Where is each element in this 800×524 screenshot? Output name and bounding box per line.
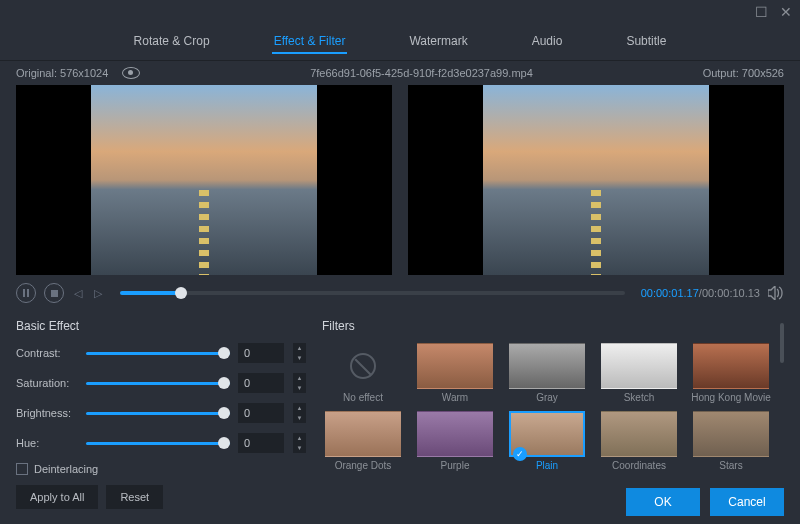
- output-dimensions: Output: 700x526: [703, 67, 784, 79]
- stop-button[interactable]: [44, 283, 64, 303]
- brightness-down[interactable]: ▼: [292, 413, 306, 423]
- tab-rotate-crop[interactable]: Rotate & Crop: [132, 30, 212, 54]
- info-row: Original: 576x1024 7fe66d91-06f5-425d-91…: [0, 61, 800, 85]
- filter-label: Warm: [442, 392, 468, 403]
- saturation-row: Saturation: 0 ▲▼: [16, 373, 306, 393]
- brightness-up[interactable]: ▲: [292, 403, 306, 413]
- filter-stars[interactable]: Stars: [690, 411, 772, 471]
- contrast-row: Contrast: 0 ▲▼: [16, 343, 306, 363]
- hue-row: Hue: 0 ▲▼: [16, 433, 306, 453]
- eye-icon[interactable]: [122, 67, 140, 79]
- output-video-frame: [483, 85, 709, 275]
- filter-sketch[interactable]: Sketch: [598, 343, 680, 403]
- filter-thumb: [693, 411, 769, 457]
- brightness-label: Brightness:: [16, 407, 78, 419]
- filter-thumb: [325, 411, 401, 457]
- brightness-value[interactable]: 0: [238, 403, 284, 423]
- ok-button[interactable]: OK: [626, 488, 700, 516]
- progress-fill: [120, 291, 181, 295]
- saturation-value[interactable]: 0: [238, 373, 284, 393]
- cancel-button[interactable]: Cancel: [710, 488, 784, 516]
- original-dimensions: Original: 576x1024: [16, 67, 108, 79]
- playback-time: 00:00:01.17/00:00:10.13: [641, 287, 760, 299]
- saturation-down[interactable]: ▼: [292, 383, 306, 393]
- filename-label: 7fe66d91-06f5-425d-910f-f2d3e0237a99.mp4: [310, 67, 533, 79]
- contrast-label: Contrast:: [16, 347, 78, 359]
- maximize-icon[interactable]: ☐: [755, 4, 768, 20]
- contrast-value[interactable]: 0: [238, 343, 284, 363]
- filters-grid: No effect Warm Gray Sketch Hong Kong Mov…: [322, 343, 772, 471]
- prev-button[interactable]: ◁: [72, 287, 84, 300]
- filter-label: Hong Kong Movie: [691, 392, 771, 403]
- saturation-spinner: ▲▼: [292, 373, 306, 393]
- filter-thumb: [417, 411, 493, 457]
- filter-thumb: [601, 411, 677, 457]
- filter-warm[interactable]: Warm: [414, 343, 496, 403]
- contrast-down[interactable]: ▼: [292, 353, 306, 363]
- close-icon[interactable]: ✕: [780, 4, 792, 20]
- progress-thumb[interactable]: [175, 287, 187, 299]
- hue-down[interactable]: ▼: [292, 443, 306, 453]
- preview-output: [408, 85, 784, 275]
- filter-label: Stars: [719, 460, 742, 471]
- tab-subtitle[interactable]: Subtitle: [624, 30, 668, 54]
- no-effect-icon: [325, 343, 401, 389]
- filters-scrollbar[interactable]: [780, 323, 784, 363]
- contrast-up[interactable]: ▲: [292, 343, 306, 353]
- brightness-spinner: ▲▼: [292, 403, 306, 423]
- tab-watermark[interactable]: Watermark: [407, 30, 469, 54]
- svg-rect-2: [51, 290, 58, 297]
- deinterlacing-checkbox[interactable]: [16, 463, 28, 475]
- contrast-slider[interactable]: [86, 352, 230, 355]
- filter-no-effect[interactable]: No effect: [322, 343, 404, 403]
- saturation-slider[interactable]: [86, 382, 230, 385]
- brightness-row: Brightness: 0 ▲▼: [16, 403, 306, 423]
- original-video-frame: [91, 85, 317, 275]
- filter-label: Purple: [441, 460, 470, 471]
- apply-to-all-button[interactable]: Apply to All: [16, 485, 98, 509]
- reset-button[interactable]: Reset: [106, 485, 163, 509]
- filter-label: Coordinates: [612, 460, 666, 471]
- saturation-up[interactable]: ▲: [292, 373, 306, 383]
- filter-purple[interactable]: Purple: [414, 411, 496, 471]
- filter-hong-kong[interactable]: Hong Kong Movie: [690, 343, 772, 403]
- preview-area: [0, 85, 800, 275]
- time-current: 00:00:01.17: [641, 287, 699, 299]
- contrast-spinner: ▲▼: [292, 343, 306, 363]
- saturation-label: Saturation:: [16, 377, 78, 389]
- player-controls: ◁ ▷ 00:00:01.17/00:00:10.13: [0, 275, 800, 311]
- hue-value[interactable]: 0: [238, 433, 284, 453]
- saturation-thumb[interactable]: [218, 377, 230, 389]
- volume-icon[interactable]: [768, 286, 784, 300]
- tab-audio[interactable]: Audio: [530, 30, 565, 54]
- brightness-thumb[interactable]: [218, 407, 230, 419]
- hue-thumb[interactable]: [218, 437, 230, 449]
- filter-label: Sketch: [624, 392, 655, 403]
- preview-original: [16, 85, 392, 275]
- contrast-thumb[interactable]: [218, 347, 230, 359]
- filter-thumb: [509, 343, 585, 389]
- basic-effect-title: Basic Effect: [16, 319, 306, 333]
- deinterlacing-row: Deinterlacing: [16, 463, 306, 475]
- filter-thumb: [417, 343, 493, 389]
- filter-coordinates[interactable]: Coordinates: [598, 411, 680, 471]
- hue-slider[interactable]: [86, 442, 230, 445]
- progress-bar[interactable]: [120, 291, 625, 295]
- filter-orange-dots[interactable]: Orange Dots: [322, 411, 404, 471]
- filters-panel: Filters No effect Warm Gray Sketch: [322, 319, 784, 509]
- next-button[interactable]: ▷: [92, 287, 104, 300]
- filter-thumb: [601, 343, 677, 389]
- time-duration: 00:00:10.13: [702, 287, 760, 299]
- tab-bar: Rotate & Crop Effect & Filter Watermark …: [0, 24, 800, 61]
- hue-up[interactable]: ▲: [292, 433, 306, 443]
- editor-panel: Basic Effect Contrast: 0 ▲▼ Saturation: …: [0, 311, 800, 517]
- tab-effect-filter[interactable]: Effect & Filter: [272, 30, 348, 54]
- filter-thumb: ✓: [509, 411, 585, 457]
- filter-label: No effect: [343, 392, 383, 403]
- brightness-slider[interactable]: [86, 412, 230, 415]
- filter-plain[interactable]: ✓ Plain: [506, 411, 588, 471]
- svg-rect-0: [23, 289, 25, 297]
- filter-gray[interactable]: Gray: [506, 343, 588, 403]
- pause-button[interactable]: [16, 283, 36, 303]
- svg-rect-1: [27, 289, 29, 297]
